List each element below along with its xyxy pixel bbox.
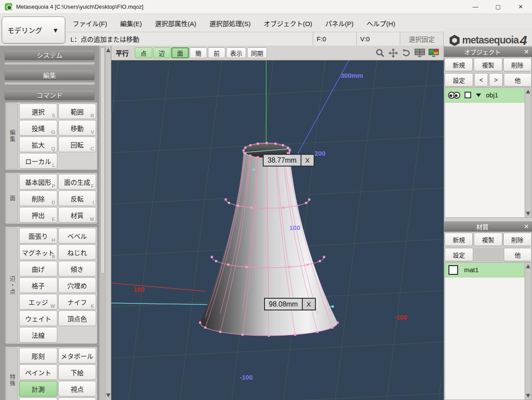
command-button-path-clone[interactable]: パス複製 <box>58 397 97 400</box>
object-name: obj1 <box>486 91 498 99</box>
splitter-down-arrow-icon[interactable] <box>106 393 110 397</box>
command-button-paint[interactable]: ペイント <box>19 364 57 380</box>
command-button-magnet[interactable]: マグネットB <box>19 244 57 260</box>
toggle-edge-button[interactable]: 辺 <box>153 47 171 58</box>
command-button-create-surface[interactable]: 面張りH <box>19 228 57 243</box>
command-button-measure[interactable]: 計測 <box>19 381 57 397</box>
scroll-down-icon[interactable] <box>526 394 530 398</box>
command-button-underlay[interactable]: 下絵 <box>58 364 97 380</box>
toggle-point-button[interactable]: 点 <box>135 47 152 58</box>
command-button-knife[interactable]: ナイフK <box>58 294 97 310</box>
command-button-range[interactable]: 範囲R <box>58 103 97 119</box>
command-button-lattice[interactable]: 格子 <box>19 277 57 293</box>
command-button-viewpoint[interactable]: 視点 <box>58 381 97 397</box>
scroll-down-icon[interactable] <box>526 212 530 216</box>
command-button-scale[interactable]: 拡大Q <box>19 137 57 152</box>
command-button-lasso[interactable]: 投縄G <box>19 120 57 136</box>
quad-view-layout-icon[interactable] <box>428 48 439 58</box>
scroll-up-icon[interactable] <box>526 264 530 268</box>
material-list-item[interactable]: mat1 <box>445 263 531 277</box>
command-button-extrude[interactable]: 押出E <box>19 207 57 223</box>
object-list-scrollbar[interactable] <box>525 88 531 217</box>
simple-display-button[interactable]: 簡 <box>190 47 207 58</box>
command-button-local[interactable]: ローカルL <box>19 153 57 169</box>
sidebar-header-command[interactable]: コマンド <box>4 89 95 100</box>
visibility-eyes-icon[interactable] <box>448 91 461 99</box>
close-button[interactable]: ✕ <box>509 0 532 14</box>
status-face-count: F:0 <box>313 32 357 46</box>
object-expand-icon[interactable] <box>476 93 481 97</box>
projection-mode-label[interactable]: 平行 <box>116 48 129 57</box>
object-prev-button[interactable]: < <box>474 73 488 87</box>
splitter-up-arrow-icon[interactable] <box>106 48 110 52</box>
sidebar-splitter[interactable] <box>105 46 111 400</box>
material-other-button[interactable]: 他 <box>504 248 532 261</box>
3d-model-canvas[interactable] <box>111 60 444 400</box>
command-button-invert[interactable]: 反転I <box>58 190 97 206</box>
command-button-bend[interactable]: 曲げ <box>19 261 57 277</box>
command-button-normal[interactable]: 法線 <box>19 327 57 343</box>
object-duplicate-button[interactable]: 複製 <box>474 58 502 71</box>
command-button-move[interactable]: 移動V <box>58 120 97 136</box>
command-button-vertex-color[interactable]: 頂点色 <box>58 310 97 326</box>
menu-object[interactable]: オブジェクト(O) <box>257 16 319 31</box>
command-button-create-face[interactable]: 面の生成F <box>58 174 97 190</box>
object-next-button[interactable]: > <box>489 73 503 87</box>
selection-lock-toggle[interactable]: 選択固定 <box>400 32 444 46</box>
sync-view-button[interactable]: 同期 <box>247 47 267 58</box>
command-group-tab-special: 特殊 <box>7 348 18 400</box>
single-view-layout-icon[interactable] <box>414 48 425 58</box>
sidebar-scrollbar-thumb[interactable] <box>100 47 105 273</box>
menu-edit[interactable]: 編集(E) <box>114 16 148 31</box>
object-delete-button[interactable]: 削除 <box>503 58 532 71</box>
command-button-sculpt[interactable]: 彫刻 <box>19 348 57 363</box>
menu-file[interactable]: ファイル(F) <box>66 16 114 31</box>
command-button-tilt[interactable]: 傾き <box>58 261 97 277</box>
command-button-primitive[interactable]: 基本図形P <box>19 174 57 190</box>
command-button-delete[interactable]: 削除D <box>19 190 57 206</box>
pan-icon[interactable] <box>388 48 398 58</box>
command-button-material-assign[interactable]: 材質M <box>58 207 97 223</box>
material-color-swatch[interactable] <box>448 265 458 275</box>
command-button-edge[interactable]: エッジW <box>19 294 57 310</box>
object-list-item[interactable]: obj1 <box>445 88 531 103</box>
material-new-button[interactable]: 新規 <box>445 233 473 246</box>
object-mirror-checkbox[interactable] <box>465 92 471 98</box>
command-button-twist[interactable]: ねじれ <box>58 244 97 260</box>
object-other-button[interactable]: 他 <box>504 73 532 87</box>
menu-panel[interactable]: パネル(P) <box>319 16 360 31</box>
command-button-metaball[interactable]: メタボール <box>58 348 97 363</box>
object-settings-button[interactable]: 設定 <box>445 73 473 87</box>
sidebar-header-system[interactable]: システム <box>4 49 95 60</box>
material-settings-button[interactable]: 設定 <box>445 248 473 261</box>
minimize-button[interactable]: — <box>464 0 487 14</box>
material-duplicate-button[interactable]: 複製 <box>474 233 502 246</box>
display-settings-button[interactable]: 表示 <box>226 47 246 58</box>
zoom-icon[interactable] <box>375 48 385 58</box>
3d-scene[interactable]: 300mm 200 100 -100 100 -100 38.77mm X 98… <box>111 60 444 400</box>
command-button-armature[interactable]: アーマチュア <box>19 397 57 400</box>
scroll-up-icon[interactable] <box>526 90 530 93</box>
sidebar-scrollbar[interactable] <box>99 46 105 400</box>
object-panel-close-icon[interactable]: ✕ <box>521 48 532 55</box>
material-list-scrollbar[interactable] <box>525 263 531 400</box>
command-button-fill-hole[interactable]: 穴埋め <box>58 277 97 293</box>
toggle-face-button[interactable]: 面 <box>171 47 189 58</box>
measurement-close-button[interactable]: X <box>301 155 314 166</box>
sidebar-header-edit[interactable]: 編集 <box>4 69 95 80</box>
command-button-rotate[interactable]: 回転C <box>58 137 97 152</box>
menu-selection-proc[interactable]: 選択部処理(S) <box>203 16 257 31</box>
command-button-weight[interactable]: ウェイト <box>19 310 57 326</box>
maximize-button[interactable]: ▢ <box>487 0 509 14</box>
measurement-close-button[interactable]: X <box>302 299 315 310</box>
menu-help[interactable]: ヘルプ(H) <box>360 16 402 31</box>
menu-selection-attr[interactable]: 選択部属性(A) <box>148 16 203 31</box>
front-view-button[interactable]: 前 <box>208 47 225 58</box>
object-new-button[interactable]: 新規 <box>445 58 473 71</box>
material-delete-button[interactable]: 削除 <box>503 233 532 246</box>
material-panel-close-icon[interactable]: ✕ <box>521 223 532 230</box>
rotate-view-icon[interactable] <box>401 48 412 58</box>
command-button-bevel[interactable]: ベベル <box>58 228 97 243</box>
command-button-select[interactable]: 選択S <box>19 103 57 119</box>
mode-selector-dropdown[interactable]: モデリング ▼ <box>2 17 65 43</box>
